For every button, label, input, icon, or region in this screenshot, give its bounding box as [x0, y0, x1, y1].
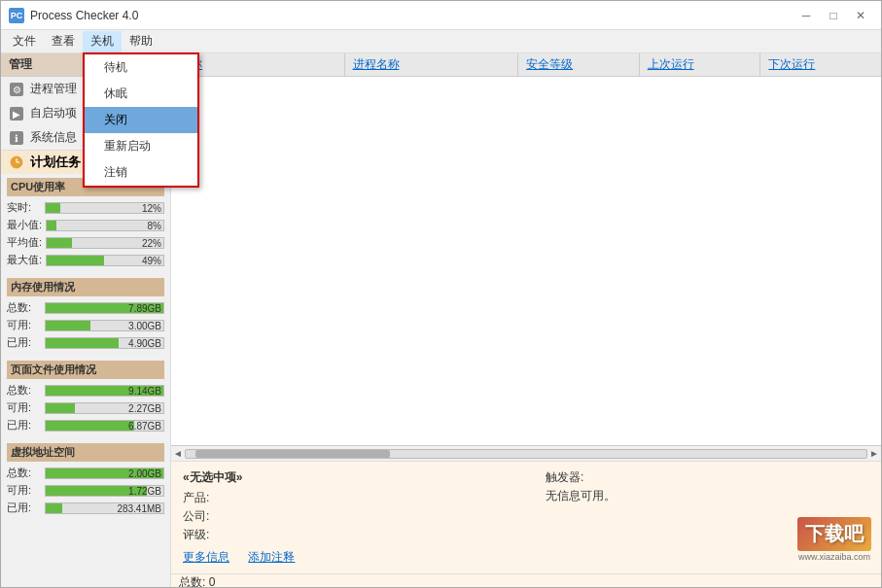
- vm-stat-row-1: 可用: 1.72GB: [7, 483, 164, 498]
- vm-stat-row-2: 已用: 283.41MB: [7, 501, 164, 515]
- info-left: «无选中项» 产品: 公司: 评级: 更多信息 添加注释: [183, 469, 507, 566]
- mem-stat-row-1: 可用: 3.00GB: [7, 318, 164, 332]
- scrollbar-track[interactable]: [185, 449, 867, 459]
- horizontal-scrollbar[interactable]: ◄ ►: [171, 445, 881, 461]
- dropdown-item-restart[interactable]: 重新启动: [85, 133, 197, 159]
- pf-stat-row-1: 可用: 2.27GB: [7, 400, 164, 415]
- pagefile-stats-section: 页面文件使用情况 总数: 9.14GB 可用: 2.27GB: [1, 357, 170, 439]
- vm-bar-0: 2.00GB: [45, 467, 164, 479]
- memory-stats-section: 内存使用情况 总数: 7.89GB 可用: 3.00GB 已用: [1, 274, 170, 357]
- cpu-bar-1: 8%: [46, 220, 164, 231]
- svg-text:▶: ▶: [13, 109, 20, 120]
- mem-stat-row-2: 已用: 4.90GB: [7, 335, 164, 350]
- trigger-row: 触发器:: [546, 469, 869, 486]
- app-icon: PC: [9, 8, 24, 23]
- vm-bar-1: 1.72GB: [45, 485, 164, 497]
- product-row: 产品:: [183, 490, 507, 506]
- cpu-stat-row-0: 实时: 12%: [7, 200, 164, 215]
- dropdown-item-logoff[interactable]: 注销: [85, 159, 197, 186]
- info-panel: «无选中项» 产品: 公司: 评级: 更多信息 添加注释: [171, 461, 881, 587]
- col-header-next-run[interactable]: 下次运行: [760, 53, 881, 76]
- pf-bar-1: 2.27GB: [45, 402, 164, 414]
- pf-stat-row-0: 总数: 9.14GB: [7, 383, 164, 398]
- col-header-last-run[interactable]: 上次运行: [640, 53, 761, 76]
- window-title: Process Checker 4.0: [30, 9, 794, 22]
- cpu-bar-0: 12%: [45, 202, 164, 214]
- info-links: 更多信息 添加注释: [183, 549, 507, 566]
- mem-bar-1: 3.00GB: [45, 320, 164, 331]
- rating-row: 评级:: [183, 527, 507, 543]
- watermark-main: 下载吧: [805, 521, 864, 547]
- scrollbar-thumb[interactable]: [195, 450, 390, 458]
- arrow-icon: ▶: [9, 106, 24, 121]
- dropdown-item-hibernate[interactable]: 休眠: [85, 81, 197, 107]
- cpu-stats-section: CPU使用率 实时: 12% 最小值: 8% 平均值:: [1, 174, 170, 274]
- mem-stat-row-0: 总数: 7.89GB: [7, 300, 164, 315]
- pagefile-stats-title: 页面文件使用情况: [7, 361, 164, 379]
- cpu-stat-row-3: 最大值: 49%: [7, 253, 164, 267]
- company-row: 公司:: [183, 508, 507, 525]
- status-bar: 总数: 0: [171, 573, 881, 587]
- mem-bar-2: 4.90GB: [45, 337, 164, 349]
- watermark: 下载吧 www.xiazaiba.com: [797, 517, 871, 562]
- maximize-button[interactable]: □: [821, 6, 846, 25]
- window-controls: ─ □ ✕: [794, 6, 873, 25]
- virtual-mem-section: 虚拟地址空间 总数: 2.00GB 可用: 1.72GB 已用: [1, 439, 170, 522]
- dropdown-item-shutdown[interactable]: 关闭: [85, 107, 197, 133]
- menu-bar: 文件 查看 关机 待机 休眠 关闭 重新启动 注销 帮助: [1, 30, 881, 53]
- shutdown-dropdown: 待机 休眠 关闭 重新启动 注销: [83, 52, 199, 188]
- more-info-link[interactable]: 更多信息: [183, 550, 229, 564]
- pf-bar-2: 6.87GB: [45, 420, 164, 432]
- vm-bar-2: 283.41MB: [45, 502, 164, 514]
- cpu-stat-row-1: 最小值: 8%: [7, 218, 164, 232]
- close-button[interactable]: ✕: [848, 6, 873, 25]
- memory-stats-title: 内存使用情况: [7, 278, 164, 296]
- col-header-process[interactable]: 进程名称: [345, 53, 519, 76]
- info-panel-content: «无选中项» 产品: 公司: 评级: 更多信息 添加注释: [171, 462, 881, 573]
- no-info-row: 无信息可用。: [546, 488, 869, 504]
- vm-stat-row-0: 总数: 2.00GB: [7, 466, 164, 480]
- no-selection-label: «无选中项»: [183, 469, 507, 486]
- minimize-button[interactable]: ─: [794, 6, 819, 25]
- mem-bar-0: 7.89GB: [45, 302, 164, 314]
- content-area: 名称 进程名称 安全等级 上次运行 下次运行 ◄: [171, 53, 881, 587]
- cpu-bar-2: 22%: [46, 237, 164, 249]
- table-header: 名称 进程名称 安全等级 上次运行 下次运行: [171, 53, 881, 77]
- menu-shutdown[interactable]: 关机 待机 休眠 关闭 重新启动 注销: [83, 31, 122, 52]
- clock-icon: [9, 155, 24, 170]
- svg-text:⚙: ⚙: [13, 85, 21, 95]
- title-bar: PC Process Checker 4.0 ─ □ ✕: [1, 1, 881, 30]
- gear-icon: ⚙: [9, 82, 24, 97]
- svg-text:ℹ: ℹ: [15, 133, 18, 144]
- menu-help[interactable]: 帮助: [122, 31, 160, 52]
- col-header-safety[interactable]: 安全等级: [518, 53, 640, 76]
- add-note-link[interactable]: 添加注释: [248, 550, 295, 564]
- menu-file[interactable]: 文件: [5, 31, 44, 52]
- cpu-stat-row-2: 平均值: 22%: [7, 235, 164, 250]
- info-icon: ℹ: [9, 130, 24, 146]
- dropdown-item-standby[interactable]: 待机: [85, 54, 197, 81]
- cpu-bar-3: 49%: [46, 255, 164, 266]
- table-body: [171, 77, 881, 445]
- pf-bar-0: 9.14GB: [45, 385, 164, 397]
- menu-view[interactable]: 查看: [44, 31, 83, 52]
- watermark-sub: www.xiazaiba.com: [797, 552, 871, 562]
- virtual-mem-title: 虚拟地址空间: [7, 443, 164, 462]
- pf-stat-row-2: 已用: 6.87GB: [7, 418, 164, 432]
